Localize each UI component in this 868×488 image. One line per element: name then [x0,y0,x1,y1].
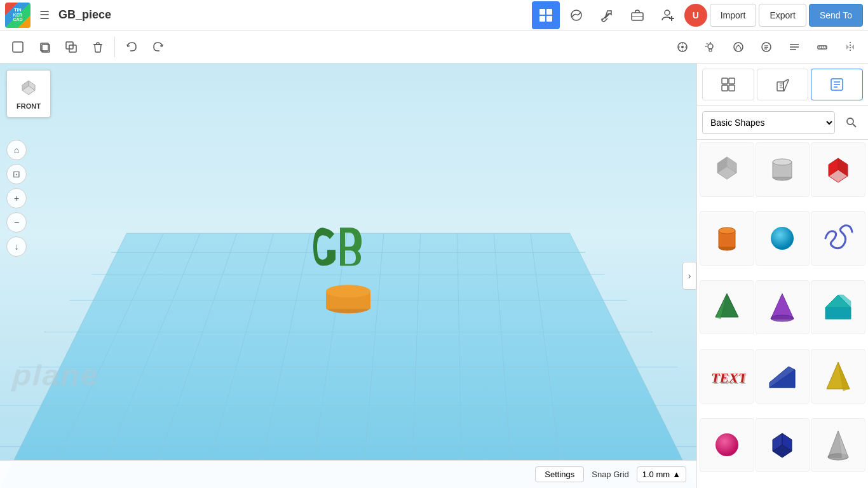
shape-tool-btn[interactable] [726,34,751,60]
copy-btn[interactable] [32,34,57,60]
snap-grid-label: Snap Grid [592,470,629,479]
grid-canvas: FRONT ⌂ ⊡ + − ↓ plane [0,64,696,488]
svg-point-109 [715,433,738,456]
ruler-tool-btn[interactable] [810,34,835,60]
svg-rect-68 [722,78,728,84]
undo-btn[interactable] [119,34,144,60]
svg-line-23 [707,43,708,44]
mirror-tool-btn[interactable] [837,34,863,60]
left-controls: ⌂ ⊡ + − ↓ [6,140,27,257]
export-btn[interactable]: Export [759,4,806,27]
shape-pyramid-green[interactable] [700,280,754,335]
main: FRONT ⌂ ⊡ + − ↓ plane [0,64,868,488]
shape-sphere-pink[interactable] [700,418,754,473]
tools-btn[interactable] [593,1,621,29]
panel-tabs [697,64,868,106]
svg-point-21 [708,44,713,49]
briefcase-btn[interactable] [623,1,651,29]
toolbar-right [670,34,863,60]
light-tool-btn[interactable] [698,34,723,60]
svg-marker-106 [770,367,795,388]
avatar-btn[interactable]: U [684,4,707,27]
shape-cone-grey[interactable] [811,418,865,473]
search-btn[interactable] [840,111,863,134]
redo-btn[interactable] [146,34,171,60]
settings-btn[interactable]: Settings [535,466,584,482]
model-container [307,215,390,325]
add-user-btn[interactable] [654,1,682,29]
separator-1 [114,37,115,57]
duplicate-btn[interactable] [58,34,84,60]
topbar: TINKERCAD ☰ GB_piece [0,0,868,30]
svg-rect-70 [722,85,728,91]
panel-tab-ruler[interactable] [757,69,809,100]
tinkercad-logo[interactable]: TINKERCAD [5,3,31,28]
grid-view-btn[interactable] [532,1,560,29]
svg-rect-72 [777,82,783,91]
shape-wedge-blue[interactable] [756,349,810,403]
delete-btn[interactable] [85,34,111,60]
info-btn[interactable]: ↓ [6,236,27,257]
shape-roof-teal[interactable] [811,280,865,335]
svg-point-7 [665,10,670,15]
import-btn[interactable]: Import [710,4,757,27]
shape-sphere-blue[interactable] [756,211,810,266]
shapes-dropdown[interactable]: Basic Shapes [702,111,835,134]
panel-search: Basic Shapes [697,106,868,140]
svg-rect-1 [546,9,552,15]
snap-grid-arrow: ▲ [672,470,681,479]
project-name: GB_piece [58,8,111,22]
svg-text:TEXT: TEXT [712,371,746,387]
svg-rect-71 [729,85,735,91]
svg-line-81 [853,124,856,127]
shapes-grid: TEXT TEXT [697,140,868,488]
align-tool-btn[interactable] [782,34,807,60]
top-right-actions: U Import Export Send To [532,1,863,29]
svg-point-80 [847,118,853,125]
zoom-in-btn[interactable]: + [6,188,27,208]
fit-btn[interactable]: ⊡ [6,164,27,184]
workplane-text: plane [11,359,100,392]
shape-cylinder-orange[interactable] [700,211,754,266]
gallery-btn[interactable] [562,1,590,29]
shape-text-red[interactable]: TEXT TEXT [700,349,754,403]
send-to-btn[interactable]: Send To [809,4,863,27]
shape-box-red[interactable] [811,142,865,197]
svg-point-67 [326,285,370,297]
viewport[interactable]: FRONT ⌂ ⊡ + − ↓ plane [0,64,696,488]
shape-scribble[interactable] [811,211,865,266]
svg-point-25 [734,43,743,51]
svg-rect-3 [546,16,552,22]
home-btn[interactable]: ⌂ [6,140,27,160]
view-label: FRONT [17,102,41,110]
toolbar [0,30,868,64]
view-indicator[interactable]: FRONT [6,70,51,118]
zoom-out-btn[interactable]: − [6,212,27,233]
svg-point-94 [771,227,794,250]
svg-rect-0 [539,9,545,15]
svg-point-16 [681,46,684,48]
svg-point-87 [773,159,792,165]
right-panel: Basic Shapes [696,64,868,488]
panel-tab-grid[interactable] [702,69,754,100]
shape-pyramid-yellow[interactable] [811,349,865,403]
document-icon[interactable]: ☰ [36,6,53,24]
shape-box-grey[interactable] [700,142,754,197]
svg-rect-69 [729,78,735,84]
svg-rect-10 [13,42,23,52]
svg-rect-2 [539,16,545,22]
shape-box-dark-blue[interactable] [756,418,810,473]
panel-tab-notes[interactable] [811,69,863,100]
svg-marker-100 [825,308,851,319]
measure-tool-btn[interactable] [754,34,779,60]
panel-collapse-btn[interactable]: › [682,262,696,290]
settings-bar: Settings Snap Grid 1.0 mm ▲ [0,460,696,488]
snap-grid-value[interactable]: 1.0 mm ▲ [637,466,686,482]
shape-cylinder-grey[interactable] [756,142,810,197]
svg-point-93 [719,227,735,234]
shape-cone-purple[interactable] [756,280,810,335]
view-tool-btn[interactable] [670,34,695,60]
svg-point-98 [771,315,794,322]
new-btn[interactable] [5,34,31,60]
